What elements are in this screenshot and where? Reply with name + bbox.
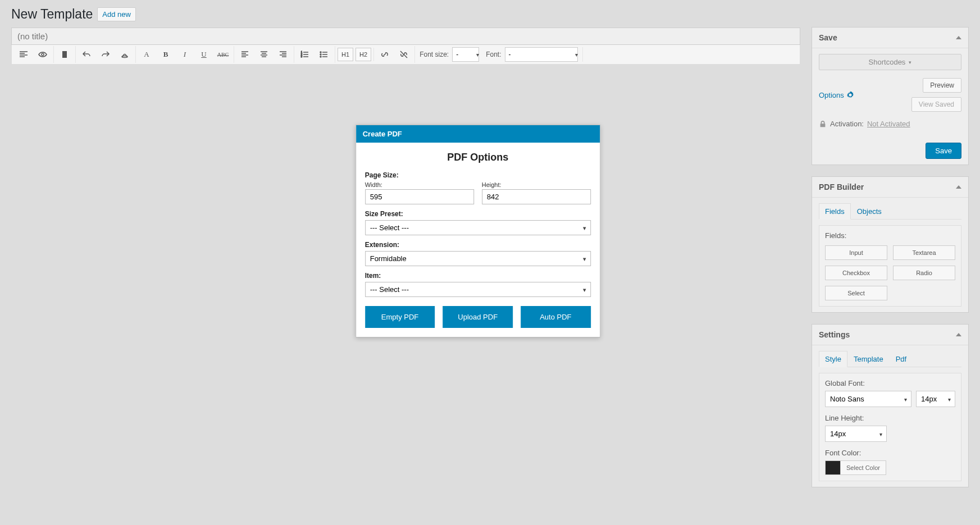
pdf-builder-title: PDF Builder <box>819 182 864 191</box>
unordered-list-icon[interactable] <box>314 46 334 63</box>
empty-pdf-button[interactable]: Empty PDF <box>365 306 435 328</box>
svg-text:3: 3 <box>301 55 302 58</box>
page-size-label: Page Size: <box>365 171 591 179</box>
field-checkbox[interactable]: Checkbox <box>825 266 887 280</box>
field-textarea[interactable]: Textarea <box>893 245 955 260</box>
field-select[interactable]: Select <box>825 286 887 300</box>
tab-objects[interactable]: Objects <box>851 203 888 220</box>
svg-point-8 <box>320 56 321 57</box>
svg-point-6 <box>320 52 321 53</box>
unlink-icon[interactable] <box>394 46 413 63</box>
global-font-label: Global Font: <box>825 379 955 387</box>
strikethrough-icon[interactable]: ABC <box>213 46 233 63</box>
modal-header: Create PDF <box>356 125 600 143</box>
svg-rect-1 <box>62 51 67 58</box>
tab-pdf[interactable]: Pdf <box>890 351 913 367</box>
upload-pdf-button[interactable]: Upload PDF <box>443 306 513 328</box>
text-align-right-icon[interactable] <box>274 46 293 63</box>
svg-point-7 <box>320 54 321 55</box>
settings-panel: Settings Style Template Pdf Global Font:… <box>812 324 969 487</box>
width-input[interactable] <box>365 189 474 204</box>
ordered-list-icon[interactable]: 123 <box>295 46 314 63</box>
heading-2-button[interactable]: H2 <box>355 48 371 61</box>
svg-point-0 <box>42 53 44 56</box>
auto-pdf-button[interactable]: Auto PDF <box>521 306 591 328</box>
select-color-button[interactable]: Select Color <box>841 460 886 475</box>
align-left-icon[interactable] <box>14 46 33 63</box>
modal-title: PDF Options <box>365 152 591 163</box>
save-panel-title: Save <box>819 33 837 42</box>
collapse-icon[interactable] <box>956 185 961 189</box>
extension-label: Extension: <box>365 241 591 249</box>
font-label: Font: <box>482 51 504 58</box>
pdf-builder-panel: PDF Builder Fields Objects Fields: Input… <box>812 176 969 313</box>
font-picker-icon[interactable]: A <box>137 46 156 63</box>
tab-fields[interactable]: Fields <box>819 203 851 220</box>
create-pdf-modal: Create PDF PDF Options Page Size: Width:… <box>355 125 600 337</box>
size-preset-label: Size Preset: <box>365 210 591 218</box>
clear-format-icon[interactable] <box>115 46 134 63</box>
text-align-left-icon[interactable] <box>235 46 254 63</box>
link-icon[interactable] <box>375 46 394 63</box>
height-label: Height: <box>482 181 591 188</box>
font-size-select[interactable]: - <box>452 47 479 62</box>
add-new-button[interactable]: Add new <box>97 7 136 21</box>
page-header: New Template Add new <box>11 7 800 22</box>
options-link[interactable]: Options <box>819 91 854 99</box>
bold-icon[interactable]: B <box>156 46 175 63</box>
line-height-label: Line Height: <box>825 414 955 422</box>
text-align-center-icon[interactable] <box>254 46 274 63</box>
extension-select[interactable]: Formidable <box>365 251 591 266</box>
settings-tabs: Style Template Pdf <box>819 351 961 367</box>
size-preset-select[interactable]: --- Select --- <box>365 220 591 235</box>
paste-icon[interactable] <box>55 46 74 63</box>
field-radio[interactable]: Radio <box>893 266 955 280</box>
editor-toolbar: A B I U ABC 123 H1 H2 <box>11 45 800 65</box>
tab-template[interactable]: Template <box>847 351 890 367</box>
font-select[interactable]: - <box>505 47 578 62</box>
item-label: Item: <box>365 272 591 280</box>
collapse-icon[interactable] <box>956 36 961 39</box>
page-title: New Template <box>11 7 93 22</box>
lock-icon <box>819 120 827 128</box>
undo-icon[interactable] <box>77 46 96 63</box>
redo-icon[interactable] <box>96 46 115 63</box>
font-size-label: Font size: <box>416 51 452 58</box>
width-label: Width: <box>365 181 474 188</box>
collapse-icon[interactable] <box>956 333 961 336</box>
settings-title: Settings <box>819 330 850 339</box>
save-button[interactable]: Save <box>926 143 961 159</box>
italic-icon[interactable]: I <box>175 46 194 63</box>
shortcodes-button[interactable]: Shortcodes <box>819 54 961 70</box>
line-height-select[interactable]: 14px <box>825 426 887 442</box>
view-saved-button[interactable]: View Saved <box>911 97 961 112</box>
font-color-label: Font Color: <box>825 449 955 457</box>
visibility-icon[interactable] <box>33 46 52 63</box>
activation-label: Activation: <box>830 120 864 128</box>
font-color-swatch[interactable] <box>825 460 841 475</box>
preview-button[interactable]: Preview <box>923 78 961 93</box>
builder-tabs: Fields Objects <box>819 203 961 220</box>
heading-1-button[interactable]: H1 <box>338 48 353 61</box>
global-font-size-select[interactable]: 14px <box>916 391 955 407</box>
fields-label: Fields: <box>825 231 955 240</box>
item-select[interactable]: --- Select --- <box>365 282 591 297</box>
height-input[interactable] <box>482 189 591 204</box>
underline-icon[interactable]: U <box>194 46 213 63</box>
global-font-select[interactable]: Noto Sans <box>825 391 911 407</box>
field-input[interactable]: Input <box>825 245 887 260</box>
gear-icon <box>846 91 854 99</box>
tab-style[interactable]: Style <box>819 351 847 367</box>
activation-status-link[interactable]: Not Activated <box>867 120 910 128</box>
title-input[interactable] <box>11 28 800 45</box>
save-panel: Save Shortcodes Options Preview View Sav… <box>812 27 969 165</box>
